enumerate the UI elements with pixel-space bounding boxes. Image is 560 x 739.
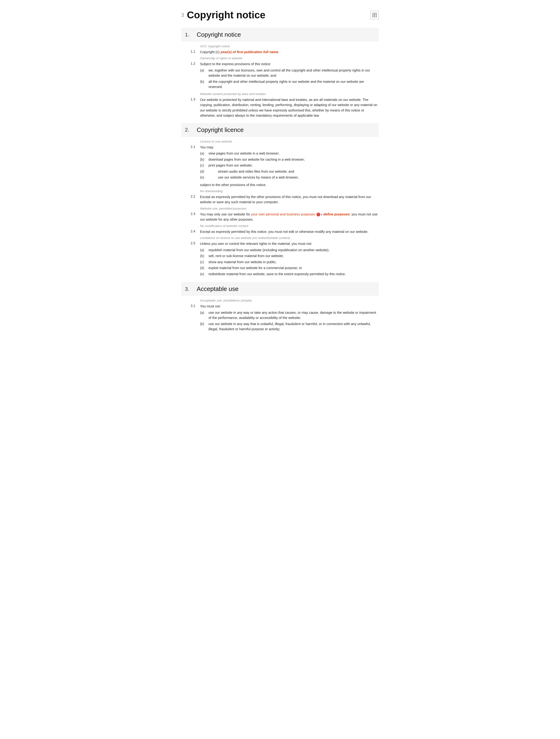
- section-1-number: 1.: [185, 32, 192, 38]
- clause-1-1-number: 1.1: [190, 49, 200, 54]
- sub-item-2-5-b-label: (b): [200, 253, 206, 259]
- sub-item-3-1-a-label: (a): [200, 310, 206, 321]
- clause-2-3-number: 2.3: [190, 212, 200, 222]
- clause-2-2: 2.2 Except as expressly permitted by the…: [181, 194, 379, 205]
- note-ownership: Ownership of rights in website: [181, 56, 379, 60]
- note-website-use: Website use: permitted purposes: [181, 207, 379, 210]
- clause-2-1-number: 2.1: [190, 145, 200, 181]
- section-2-number: 2.: [185, 127, 192, 133]
- note-licence-website: Licence to use website: [181, 140, 379, 143]
- sub-item-2-5-e-content: redistribute material from our website, …: [208, 271, 345, 277]
- sub-item-1-2-b-label: (b): [200, 79, 206, 90]
- sub-item-2-1-c: (c) print pages from our website;: [200, 163, 379, 168]
- sub-item-3-1-b-content: use our website in any way that is unlaw…: [208, 321, 379, 332]
- clause-1-1: 1.1 Copyright (c) year(s) of first publi…: [181, 49, 379, 54]
- sub-item-2-5-c: (c) show any material from our website i…: [200, 260, 379, 265]
- sub-item-3-1-b: (b) use our website in any way that is u…: [200, 321, 379, 332]
- note-no-downloading: No downloading: [181, 189, 379, 193]
- toggle-stream-container: [208, 169, 217, 174]
- sub-item-2-5-b-content: sell, rent or sub-license material from …: [208, 253, 284, 259]
- section-1-header: 1. Copyright notice: [181, 28, 379, 42]
- note-website-content: Website content protected by laws and tr…: [181, 92, 379, 96]
- sub-item-2-5-e-label: (e): [200, 271, 206, 277]
- sub-item-3-1-a-content: use our website in any way or take any a…: [208, 310, 379, 321]
- clause-1-1-content: Copyright (c) year(s) of first publicati…: [200, 49, 379, 54]
- sub-item-2-1-d: (d) stream audio and video files from ou…: [200, 169, 379, 174]
- toc-button[interactable]: [370, 11, 379, 19]
- sub-item-2-1-a-label: (a): [200, 151, 206, 156]
- clause-3-1-number: 3.1: [190, 304, 200, 332]
- sub-item-2-1-e-content: use our website services by means of a w…: [208, 175, 299, 180]
- clause-1-3-number: 1.3: [190, 97, 200, 118]
- clause-2-4-content: Except as expressly permitted by this no…: [200, 229, 379, 234]
- sub-item-3-1-a: (a) use our website in any way or take a…: [200, 310, 379, 321]
- highlight-publication-name: year(s) of first publication full name: [221, 50, 278, 54]
- clause-2-3-content: You may only use our website for your ow…: [200, 212, 379, 222]
- sub-item-2-5-e: (e) redistribute material from our websi…: [200, 271, 379, 277]
- clause-1-2: 1.2 Subject to the express provisions of…: [181, 61, 379, 90]
- toggle-services[interactable]: [208, 175, 217, 180]
- sub-item-2-5-a-content: republish material from our website (inc…: [208, 248, 329, 253]
- sub-item-2-1-e: (e) use our website services by means of…: [200, 175, 379, 180]
- sub-item-1-2-a: (a) we, together with our licensors, own…: [200, 68, 379, 78]
- sub-item-2-1-b-label: (b): [200, 157, 206, 162]
- clause-2-1-content: You may: (a) view pages from our website…: [200, 145, 379, 181]
- page-title: Copyright notice: [187, 9, 265, 21]
- sub-item-2-5-c-label: (c): [200, 260, 206, 265]
- sub-item-2-5-b: (b) sell, rent or sub-license material f…: [200, 253, 379, 259]
- section-1-title: Copyright notice: [197, 31, 241, 38]
- toggle-services-container: [208, 175, 217, 180]
- page-number: 3: [181, 12, 184, 18]
- sub-item-2-5-d: (d) exploit material from our website fo…: [200, 265, 379, 271]
- clause-1-3: 1.3 Our website is protected by national…: [181, 97, 379, 118]
- sub-item-2-1-c-label: (c): [200, 163, 206, 168]
- error-icon-purposes: !: [316, 212, 320, 216]
- section-3-header: 3. Acceptable use: [181, 282, 379, 296]
- sub-item-1-2-a-label: (a): [200, 68, 206, 78]
- clause-3-1-content: You must not: (a) use our website in any…: [200, 304, 379, 332]
- sub-item-2-1-a: (a) view pages from our website in a web…: [200, 151, 379, 156]
- sub-item-2-1-b: (b) download pages from our website for …: [200, 157, 379, 162]
- toggle-stream[interactable]: [208, 169, 217, 174]
- toggle-thumb-services: [204, 176, 208, 179]
- sub-item-1-2-b-content: all the copyright and other intellectual…: [208, 79, 379, 90]
- sub-item-1-2-a-content: we, together with our licensors, own and…: [208, 68, 379, 78]
- clause-2-5-number: 2.5: [190, 241, 200, 277]
- page-title-area: 3 Copyright notice: [181, 9, 265, 21]
- sub-item-2-1-d-text: stream audio and video files from our we…: [218, 170, 294, 173]
- highlight-define-purposes: define purposes: [323, 212, 349, 216]
- highlight-own-purposes: your own personal and business purposes: [251, 212, 315, 216]
- sub-item-2-5-d-content: exploit material from our website for a …: [208, 265, 302, 271]
- sub-item-2-1-a-content: view pages from our website in a web bro…: [208, 151, 279, 156]
- clause-2-4: 2.4 Except as expressly permitted by thi…: [181, 229, 379, 234]
- sub-item-2-1-c-content: print pages from our website;: [208, 163, 253, 168]
- clause-3-1-subitems: (a) use our website in any way or take a…: [200, 310, 379, 332]
- section-3-number: 3.: [185, 286, 192, 292]
- sub-item-2-5-a-label: (a): [200, 248, 206, 253]
- clause-2-5-content: Unless you own or control the relevant r…: [200, 241, 379, 277]
- note-limitations-licence: Limitations on licence to use website (n…: [181, 236, 379, 240]
- sub-item-2-1-d-content: stream audio and video files from our we…: [208, 169, 294, 174]
- sub-item-2-1-b-content: download pages from our website for cach…: [208, 157, 305, 162]
- note-no-modification: No modification of website content: [181, 224, 379, 228]
- clause-2-5-subitems: (a) republish material from our website …: [200, 248, 379, 277]
- clause-2-3: 2.3 You may only use our website for you…: [181, 212, 379, 222]
- clause-1-2-content: Subject to the express provisions of thi…: [200, 61, 379, 90]
- clause-1-3-content: Our website is protected by national and…: [200, 97, 379, 118]
- clause-2-1: 2.1 You may: (a) view pages from our web…: [181, 145, 379, 181]
- sub-item-2-5-a: (a) republish material from our website …: [200, 248, 379, 253]
- page-header: 3 Copyright notice: [181, 9, 379, 21]
- clause-2-2-content: Except as expressly permitted by the oth…: [200, 194, 379, 205]
- clause-2-5: 2.5 Unless you own or control the releva…: [181, 241, 379, 277]
- clause-1-2-number: 1.2: [190, 61, 200, 90]
- clause-1-2-subitems: (a) we, together with our licensors, own…: [200, 68, 379, 90]
- section-3-title: Acceptable use: [197, 285, 239, 293]
- clause-2-2-number: 2.2: [190, 194, 200, 205]
- note-acceptable-use: Acceptable use: prohibitions (simple): [181, 299, 379, 302]
- section-2-header: 2. Copyright licence: [181, 123, 379, 137]
- clause-2-1-continuation: subject to the other provisions of this …: [181, 182, 379, 187]
- sub-item-2-1-e-text: use our website services by means of a w…: [218, 175, 299, 179]
- sub-item-1-2-b: (b) all the copyright and other intellec…: [200, 79, 379, 90]
- toggle-thumb-stream: [204, 170, 208, 174]
- clause-3-1: 3.1 You must not: (a) use our website in…: [181, 304, 379, 332]
